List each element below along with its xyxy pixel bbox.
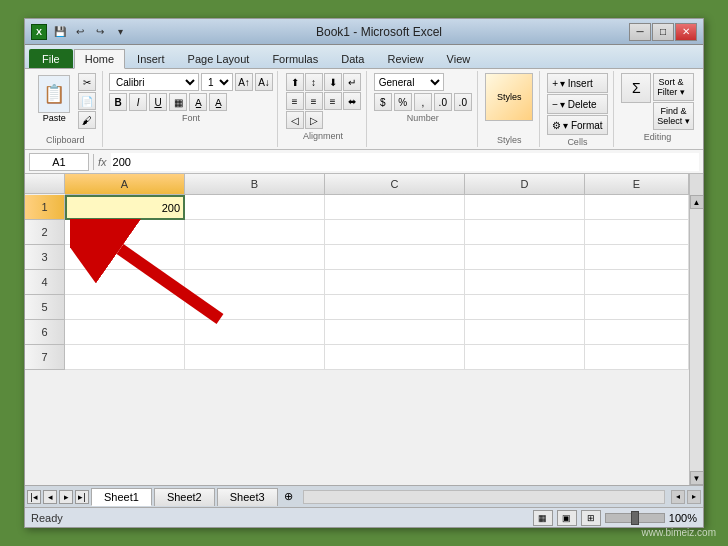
cell-c5[interactable] [325,295,465,320]
sheet-prev-btn[interactable]: ◂ [43,490,57,504]
dropdown-quick-btn[interactable]: ▾ [111,24,129,40]
row-num-7[interactable]: 7 [25,345,65,370]
page-break-view-btn[interactable]: ⊞ [581,510,601,526]
decrease-decimal-btn[interactable]: .0 [454,93,472,111]
copy-button[interactable]: 📄 [78,92,96,110]
font-color-button[interactable]: A̲ [209,93,227,111]
col-header-c[interactable]: C [325,174,465,194]
row-num-1[interactable]: 1 [25,195,65,220]
sheet-tab-sheet2[interactable]: Sheet2 [154,488,215,506]
cell-c2[interactable] [325,220,465,245]
cell-d3[interactable] [465,245,585,270]
col-header-b[interactable]: B [185,174,325,194]
format-button[interactable]: ⚙ ▾ Format [547,115,607,135]
cell-a5[interactable] [65,295,185,320]
sheet-tab-sheet1[interactable]: Sheet1 [91,488,152,506]
redo-quick-btn[interactable]: ↪ [91,24,109,40]
cell-a6[interactable] [65,320,185,345]
indent-increase-btn[interactable]: ▷ [305,111,323,129]
tab-insert[interactable]: Insert [126,49,176,68]
sigma-button[interactable]: Σ [621,73,651,103]
cell-e4[interactable] [585,270,689,295]
number-format-select[interactable]: General [374,73,444,91]
cell-d1[interactable] [465,195,585,220]
cell-a3[interactable] [65,245,185,270]
sheet-first-btn[interactable]: |◂ [27,490,41,504]
maximize-button[interactable]: □ [652,23,674,41]
sort-filter-button[interactable]: Sort &Filter ▾ [653,73,694,101]
cell-b1[interactable] [185,195,325,220]
cell-e2[interactable] [585,220,689,245]
cell-d5[interactable] [465,295,585,320]
cell-d2[interactable] [465,220,585,245]
align-bottom-btn[interactable]: ⬇ [324,73,342,91]
cell-b4[interactable] [185,270,325,295]
cell-e1[interactable] [585,195,689,220]
cell-b6[interactable] [185,320,325,345]
merge-cells-btn[interactable]: ⬌ [343,92,361,110]
cell-b2[interactable] [185,220,325,245]
col-header-a[interactable]: A [65,174,185,194]
align-right-btn[interactable]: ≡ [324,92,342,110]
cell-a2[interactable] [65,220,185,245]
cell-d7[interactable] [465,345,585,370]
bold-button[interactable]: B [109,93,127,111]
scroll-up-btn[interactable]: ▲ [690,195,704,209]
align-left-btn[interactable]: ≡ [286,92,304,110]
close-button[interactable]: ✕ [675,23,697,41]
undo-quick-btn[interactable]: ↩ [71,24,89,40]
sheet-tab-sheet3[interactable]: Sheet3 [217,488,278,506]
sheet-next-btn[interactable]: ▸ [59,490,73,504]
hscroll-left-btn[interactable]: ◂ [671,490,685,504]
row-num-4[interactable]: 4 [25,270,65,295]
tab-view[interactable]: View [436,49,482,68]
cell-d6[interactable] [465,320,585,345]
tab-file[interactable]: File [29,49,73,68]
row-num-5[interactable]: 5 [25,295,65,320]
cell-c6[interactable] [325,320,465,345]
col-header-e[interactable]: E [585,174,689,194]
currency-btn[interactable]: $ [374,93,392,111]
normal-view-btn[interactable]: ▦ [533,510,553,526]
tab-page-layout[interactable]: Page Layout [177,49,261,68]
decrease-font-btn[interactable]: A↓ [255,73,273,91]
row-num-2[interactable]: 2 [25,220,65,245]
align-middle-btn[interactable]: ↕ [305,73,323,91]
insert-button[interactable]: + ▾ Insert [547,73,607,93]
sheet-last-btn[interactable]: ▸| [75,490,89,504]
cell-e6[interactable] [585,320,689,345]
percent-btn[interactable]: % [394,93,412,111]
find-select-button[interactable]: Find &Select ▾ [653,102,694,130]
comma-btn[interactable]: , [414,93,432,111]
cell-a1[interactable]: 200 [65,195,185,220]
scroll-down-btn[interactable]: ▼ [690,471,704,485]
cell-a7[interactable] [65,345,185,370]
zoom-thumb[interactable] [631,511,639,525]
styles-button[interactable]: Styles [485,73,533,121]
cell-c3[interactable] [325,245,465,270]
align-top-btn[interactable]: ⬆ [286,73,304,91]
cut-button[interactable]: ✂ [78,73,96,91]
italic-button[interactable]: I [129,93,147,111]
format-painter-button[interactable]: 🖌 [78,111,96,129]
paste-button[interactable]: 📋 Paste [34,73,74,125]
increase-decimal-btn[interactable]: .0 [434,93,452,111]
hscroll-right-btn[interactable]: ▸ [687,490,701,504]
border-button[interactable]: ▦ [169,93,187,111]
font-size-select[interactable]: 11 [201,73,233,91]
align-center-btn[interactable]: ≡ [305,92,323,110]
cell-b7[interactable] [185,345,325,370]
cell-d4[interactable] [465,270,585,295]
zoom-slider[interactable] [605,513,665,523]
col-header-d[interactable]: D [465,174,585,194]
fill-color-button[interactable]: A̲ [189,93,207,111]
page-layout-view-btn[interactable]: ▣ [557,510,577,526]
cell-b3[interactable] [185,245,325,270]
cell-a4[interactable] [65,270,185,295]
cell-e3[interactable] [585,245,689,270]
formula-input[interactable] [111,153,699,171]
tab-review[interactable]: Review [376,49,434,68]
cell-c4[interactable] [325,270,465,295]
tab-home[interactable]: Home [74,49,125,69]
row-num-3[interactable]: 3 [25,245,65,270]
